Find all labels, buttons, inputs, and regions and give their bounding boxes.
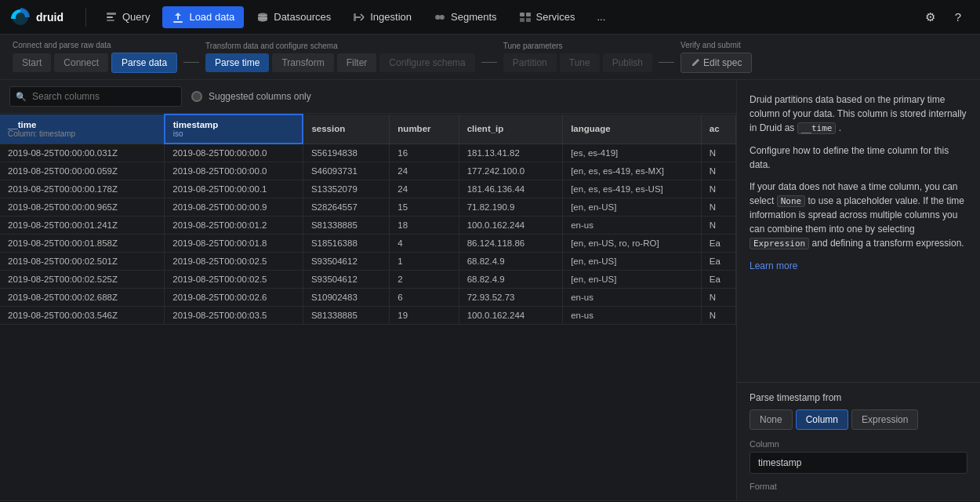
col-header-language[interactable]: language bbox=[563, 115, 702, 144]
cell-8-1: 2019-08-25T00:00:02.6 bbox=[165, 289, 303, 307]
col-header-session[interactable]: session bbox=[303, 115, 389, 144]
cell-1-6: N bbox=[701, 162, 735, 180]
col-header-timestamp[interactable]: timestamp iso bbox=[165, 115, 303, 144]
nav-services[interactable]: Services bbox=[510, 6, 585, 28]
table-row: 2019-08-25T00:00:00.965Z2019-08-25T00:00… bbox=[0, 198, 736, 216]
cell-4-0: 2019-08-25T00:00:01.241Z bbox=[0, 216, 165, 235]
wizard-connect-btn[interactable]: Connect bbox=[54, 53, 108, 72]
table-row: 2019-08-25T00:00:02.688Z2019-08-25T00:00… bbox=[0, 289, 736, 307]
cell-5-2: S18516388 bbox=[303, 235, 389, 253]
parse-ts-section: Parse timestamp from None Column Express… bbox=[737, 382, 980, 500]
cell-7-5: [en, en-US] bbox=[563, 271, 702, 289]
wizard-start-btn[interactable]: Start bbox=[13, 53, 51, 72]
nav-load-data-label: Load data bbox=[189, 11, 234, 23]
cell-6-6: Ea bbox=[701, 253, 735, 271]
col-header-number[interactable]: number bbox=[390, 115, 459, 144]
learn-more-link[interactable]: Learn more bbox=[750, 260, 797, 271]
parse-ts-column-btn[interactable]: Column bbox=[796, 409, 848, 430]
parse-ts-label: Parse timestamp from bbox=[750, 392, 967, 403]
cell-1-2: S46093731 bbox=[303, 162, 389, 180]
cell-6-0: 2019-08-25T00:00:02.501Z bbox=[0, 253, 165, 271]
help-button[interactable]: ? bbox=[946, 5, 971, 30]
main-content: 🔍 Suggested columns only __time Column: … bbox=[0, 80, 980, 500]
wizard-filter-btn[interactable]: Filter bbox=[337, 53, 377, 72]
parse-ts-expression-btn[interactable]: Expression bbox=[851, 409, 918, 430]
cell-8-4: 72.93.52.73 bbox=[459, 289, 562, 307]
table-row: 2019-08-25T00:00:01.858Z2019-08-25T00:00… bbox=[0, 235, 736, 253]
cell-2-1: 2019-08-25T00:00:00.1 bbox=[165, 180, 303, 198]
parse-ts-none-btn[interactable]: None bbox=[750, 409, 793, 430]
search-input[interactable] bbox=[9, 86, 182, 107]
wizard-transform-btn[interactable]: Transform bbox=[272, 53, 333, 72]
table-row: 2019-08-25T00:00:03.546Z2019-08-25T00:00… bbox=[0, 307, 736, 325]
wizard-parse-data-btn[interactable]: Parse data bbox=[111, 53, 177, 73]
cell-0-3: 16 bbox=[390, 144, 459, 162]
wizard-partition-btn[interactable]: Partition bbox=[503, 53, 557, 72]
cell-4-3: 18 bbox=[390, 216, 459, 235]
cell-0-5: [es, es-419] bbox=[563, 144, 702, 162]
wizard-section-3-buttons: Partition Tune Publish bbox=[503, 53, 652, 72]
cell-4-5: en-us bbox=[563, 216, 702, 235]
suggested-toggle[interactable] bbox=[191, 91, 202, 102]
cell-3-5: [en, en-US] bbox=[563, 198, 702, 216]
settings-button[interactable]: ⚙ bbox=[917, 5, 942, 30]
wizard-tune-btn[interactable]: Tune bbox=[560, 53, 600, 72]
cell-2-4: 181.46.136.44 bbox=[459, 180, 562, 198]
cell-9-1: 2019-08-25T00:00:03.5 bbox=[165, 307, 303, 325]
left-panel: 🔍 Suggested columns only __time Column: … bbox=[0, 80, 737, 500]
section-label-4: Verify and submit bbox=[681, 41, 752, 49]
cell-1-4: 177.242.100.0 bbox=[459, 162, 562, 180]
cell-2-5: [en, es, es-419, es-US] bbox=[563, 180, 702, 198]
cell-7-1: 2019-08-25T00:00:02.5 bbox=[165, 271, 303, 289]
logo-text: druid bbox=[36, 11, 64, 24]
col-header-client-ip[interactable]: client_ip bbox=[459, 115, 562, 144]
parse-ts-buttons: None Column Expression bbox=[750, 409, 967, 430]
wizard-section-2-buttons: Parse time Transform Filter Configure sc… bbox=[205, 53, 475, 72]
wizard-edit-spec-btn[interactable]: Edit spec bbox=[681, 53, 752, 73]
cell-5-6: Ea bbox=[701, 235, 735, 253]
cell-0-6: N bbox=[701, 144, 735, 162]
table-row: 2019-08-25T00:00:00.031Z2019-08-25T00:00… bbox=[0, 144, 736, 162]
table-row: 2019-08-25T00:00:01.241Z2019-08-25T00:00… bbox=[0, 216, 736, 235]
wizard-publish-btn[interactable]: Publish bbox=[603, 53, 652, 72]
nav-datasources-label: Datasources bbox=[274, 11, 331, 23]
right-panel: Druid partitions data based on the prima… bbox=[737, 80, 980, 500]
col-header-time[interactable]: __time Column: timestamp bbox=[0, 115, 165, 144]
cell-0-4: 181.13.41.82 bbox=[459, 144, 562, 162]
logo: druid bbox=[9, 6, 64, 28]
wizard-configure-schema-btn[interactable]: Configure schema bbox=[379, 53, 474, 72]
cell-3-0: 2019-08-25T00:00:00.965Z bbox=[0, 198, 165, 216]
svg-rect-9 bbox=[520, 13, 524, 16]
col-header-ac[interactable]: ac bbox=[701, 115, 735, 144]
toggle-wrap: Suggested columns only bbox=[191, 91, 311, 102]
cell-3-2: S28264557 bbox=[303, 198, 389, 216]
nav-datasources[interactable]: Datasources bbox=[247, 6, 340, 28]
cell-9-0: 2019-08-25T00:00:03.546Z bbox=[0, 307, 165, 325]
cell-7-6: Ea bbox=[701, 271, 735, 289]
cell-5-4: 86.124.118.86 bbox=[459, 235, 562, 253]
format-field-label: Format bbox=[750, 482, 967, 491]
cell-1-5: [en, es, es-419, es-MX] bbox=[563, 162, 702, 180]
svg-rect-5 bbox=[354, 13, 356, 21]
time-code-inline: __time bbox=[797, 122, 837, 134]
table-body: 2019-08-25T00:00:00.031Z2019-08-25T00:00… bbox=[0, 144, 736, 325]
svg-rect-11 bbox=[520, 18, 524, 22]
cell-4-1: 2019-08-25T00:00:01.2 bbox=[165, 216, 303, 235]
section-label-2: Transform data and configure schema bbox=[205, 42, 475, 50]
wizard-bar: Connect and parse raw data Start Connect… bbox=[0, 35, 980, 80]
cell-3-1: 2019-08-25T00:00:00.9 bbox=[165, 198, 303, 216]
nav-ingestion[interactable]: Ingestion bbox=[343, 6, 421, 28]
cell-5-1: 2019-08-25T00:00:01.8 bbox=[165, 235, 303, 253]
nav-more[interactable]: ... bbox=[587, 6, 615, 27]
toolbar: 🔍 Suggested columns only bbox=[0, 80, 736, 114]
svg-rect-2 bbox=[107, 20, 114, 21]
wizard-parse-time-btn[interactable]: Parse time bbox=[205, 53, 269, 72]
cell-4-2: S81338885 bbox=[303, 216, 389, 235]
nav-query[interactable]: Query bbox=[96, 6, 159, 28]
cell-8-5: en-us bbox=[563, 289, 702, 307]
nav-segments[interactable]: Segments bbox=[424, 6, 506, 28]
nav-divider bbox=[85, 8, 86, 27]
nav-load-data[interactable]: Load data bbox=[162, 6, 244, 28]
section-label-3: Tune parameters bbox=[503, 42, 652, 50]
column-field-input[interactable] bbox=[750, 452, 967, 474]
